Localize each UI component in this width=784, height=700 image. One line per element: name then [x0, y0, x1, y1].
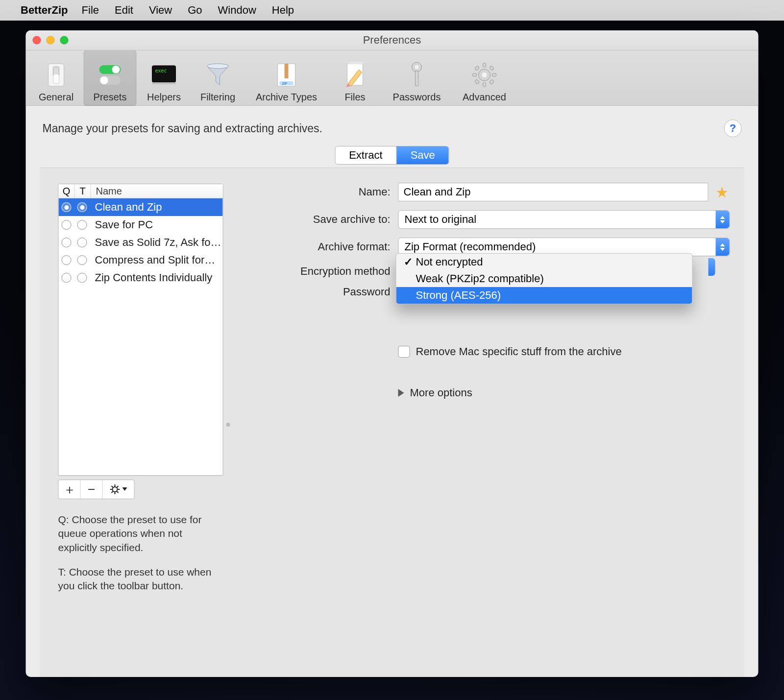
- toolbar-presets[interactable]: Presets: [84, 50, 137, 106]
- preset-row[interactable]: Compress and Split for…: [59, 251, 223, 269]
- more-options-disclosure[interactable]: More options: [398, 386, 730, 399]
- toolbar-files-label: Files: [344, 92, 365, 103]
- menu-window[interactable]: Window: [218, 4, 256, 17]
- macos-menubar: BetterZip File Edit View Go Window Help: [0, 0, 784, 21]
- gear-icon: [110, 484, 127, 494]
- radio-q[interactable]: [62, 273, 72, 283]
- toggles-icon: [97, 61, 124, 89]
- preset-row[interactable]: Save for PC: [59, 216, 223, 234]
- preset-name-input[interactable]: [398, 183, 709, 201]
- key-icon: [403, 61, 431, 89]
- svg-text:exec: exec: [155, 68, 167, 73]
- zip-icon: ZIP: [273, 61, 300, 89]
- favorite-star-icon[interactable]: ★: [714, 184, 730, 200]
- encryption-option-weak[interactable]: Weak (PKZip2 compatible): [396, 270, 692, 287]
- hint-q: Q: Choose the preset to use for queue op…: [58, 513, 222, 555]
- menu-edit[interactable]: Edit: [115, 4, 133, 17]
- svg-rect-29: [475, 79, 480, 84]
- svg-rect-12: [285, 64, 289, 78]
- popup-stepper-icon: [716, 238, 730, 256]
- toolbar-helpers[interactable]: exec Helpers: [138, 50, 191, 106]
- gear-icon: [471, 61, 498, 89]
- segment-save[interactable]: Save: [396, 146, 449, 164]
- svg-rect-20: [418, 83, 421, 85]
- svg-rect-24: [483, 83, 486, 87]
- segment-extract[interactable]: Extract: [335, 146, 396, 164]
- toolbar-filtering[interactable]: Filtering: [192, 50, 245, 106]
- menu-file[interactable]: File: [82, 4, 99, 17]
- preset-table-body[interactable]: Clean and Zip Save for PC Save as Solid …: [59, 198, 223, 475]
- panel-description: Manage your presets for saving and extra…: [43, 122, 322, 135]
- preferences-window: Preferences General: [26, 30, 759, 677]
- radio-t[interactable]: [77, 220, 87, 230]
- preset-row[interactable]: Save as Solid 7z, Ask fo…: [59, 234, 223, 251]
- svg-rect-27: [475, 66, 480, 71]
- label-encryption: Encryption method: [270, 265, 391, 278]
- menu-go[interactable]: Go: [188, 4, 202, 17]
- preset-name: Zip Contents Individually: [90, 271, 223, 284]
- preset-table-header: Q T Name: [59, 184, 223, 198]
- close-window-button[interactable]: [33, 36, 41, 45]
- label-archive-format: Archive format:: [270, 241, 391, 253]
- preset-name: Compress and Split for…: [90, 254, 223, 266]
- preset-remove-button[interactable]: −: [81, 480, 103, 499]
- toolbar-archive-types[interactable]: ZIP Archive Types: [245, 50, 328, 106]
- toolbar-general[interactable]: General: [30, 50, 83, 106]
- zoom-window-button[interactable]: [60, 36, 69, 45]
- minimize-window-button[interactable]: [47, 36, 55, 45]
- svg-line-38: [111, 491, 113, 493]
- preset-add-button[interactable]: ＋: [59, 480, 81, 499]
- toolbar-general-label: General: [39, 92, 74, 103]
- toolbar-files[interactable]: Files: [329, 50, 382, 106]
- header-name[interactable]: Name: [91, 184, 223, 198]
- help-button[interactable]: ?: [724, 120, 742, 137]
- disclosure-triangle-icon: [398, 389, 404, 397]
- radio-t[interactable]: [77, 202, 87, 212]
- svg-rect-26: [492, 73, 496, 76]
- radio-q[interactable]: [62, 202, 72, 212]
- svg-rect-19: [418, 79, 422, 81]
- app-name[interactable]: BetterZip: [21, 4, 68, 17]
- toolbar-advanced[interactable]: Advanced: [452, 50, 517, 106]
- toolbar-helpers-label: Helpers: [147, 92, 181, 103]
- radio-t[interactable]: [77, 255, 87, 265]
- encryption-popup-stepper-peek: [709, 258, 715, 276]
- toolbar-filtering-label: Filtering: [200, 92, 235, 103]
- label-password: Password: [270, 286, 391, 298]
- encryption-dropdown-menu: ✓ Not encrypted Weak (PKZip2 compatible)…: [396, 253, 693, 304]
- preset-row[interactable]: Zip Contents Individually: [59, 269, 223, 287]
- radio-q[interactable]: [62, 220, 72, 230]
- preset-list-box: Q T Name Clean and Zip Save: [58, 184, 222, 603]
- archive-format-value: Zip Format (recommended): [405, 241, 536, 253]
- preset-gear-menu[interactable]: [103, 480, 134, 499]
- header-t[interactable]: T: [75, 184, 91, 198]
- encryption-option-strong[interactable]: Strong (AES-256): [396, 287, 692, 304]
- switch-icon: [43, 61, 70, 89]
- split-grab-handle[interactable]: [226, 423, 230, 427]
- svg-point-4: [112, 66, 120, 73]
- toolbar-passwords[interactable]: Passwords: [383, 50, 451, 106]
- svg-rect-23: [483, 63, 486, 67]
- svg-point-6: [100, 76, 108, 84]
- save-to-value: Next to original: [405, 213, 477, 226]
- header-q[interactable]: Q: [59, 184, 75, 198]
- encryption-option-not-encrypted[interactable]: ✓ Not encrypted: [396, 254, 692, 270]
- svg-rect-2: [53, 74, 59, 83]
- radio-t[interactable]: [77, 238, 87, 247]
- preset-row[interactable]: Clean and Zip: [59, 198, 223, 216]
- remove-mac-stuff-label: Remove Mac specific stuff from the archi…: [416, 345, 622, 358]
- radio-t[interactable]: [77, 273, 87, 283]
- presets-panel: Q T Name Clean and Zip Save: [40, 168, 745, 677]
- file-drafting-icon: [342, 61, 369, 89]
- radio-q[interactable]: [62, 238, 72, 247]
- menu-view[interactable]: View: [149, 4, 172, 17]
- save-to-popup[interactable]: Next to original: [398, 210, 730, 229]
- hint-t: T: Choose the preset to use when you cli…: [58, 565, 222, 593]
- checkbox[interactable]: [398, 346, 410, 358]
- svg-point-31: [112, 487, 117, 492]
- menu-help[interactable]: Help: [272, 4, 294, 17]
- titlebar[interactable]: Preferences: [26, 30, 759, 50]
- funnel-icon: [204, 61, 232, 89]
- remove-mac-stuff-row[interactable]: Remove Mac specific stuff from the archi…: [398, 345, 730, 358]
- radio-q[interactable]: [62, 255, 72, 265]
